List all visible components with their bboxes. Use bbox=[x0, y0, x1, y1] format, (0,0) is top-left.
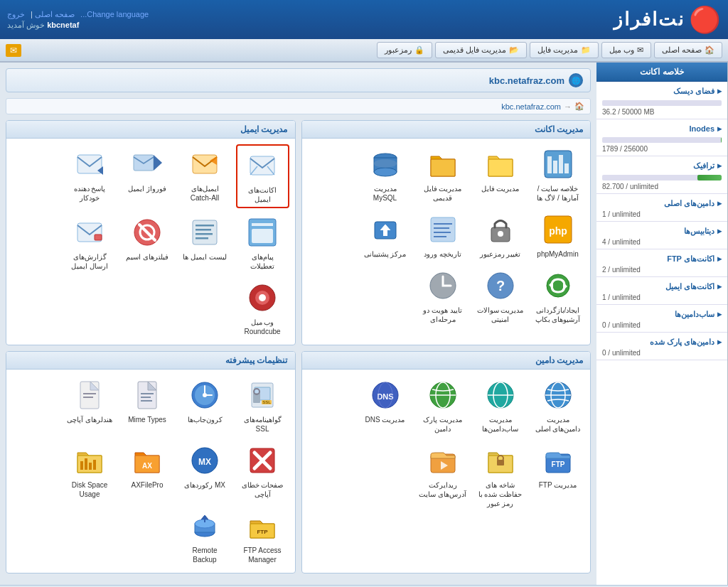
mx-records-icon: MX bbox=[188, 443, 222, 478]
svg-text:SSL: SSL bbox=[262, 400, 271, 404]
cron-jobs-item[interactable]: کرون‌جاب‌ها bbox=[178, 375, 232, 436]
change-language-link[interactable]: Change language... bbox=[80, 10, 149, 18]
svg-rect-2 bbox=[553, 161, 557, 173]
htaccess-item[interactable]: صفحات خطای آپاچی bbox=[236, 441, 289, 502]
mx-records-item[interactable]: MX MX رکوردهای bbox=[178, 441, 232, 502]
email-list-icon bbox=[188, 215, 222, 249]
custom-headers-label: هندلرهای آپاچی bbox=[67, 415, 112, 424]
svg-rect-38 bbox=[252, 223, 273, 226]
axfilepro-item[interactable]: AX AXFilePro bbox=[121, 441, 174, 502]
stats-logs-item[interactable]: خلاصه سایت / آمارها / لاگ ها bbox=[531, 144, 584, 205]
domain-name: kbc.netafraz.com bbox=[489, 75, 564, 86]
main-domain-mgr-item[interactable]: مدیریت دامین‌های اصلی bbox=[531, 375, 584, 436]
axfilepro-label: AXFilePro bbox=[132, 480, 164, 490]
ftp-access-label: FTP Access Manager bbox=[239, 546, 287, 564]
home-nav-icon: 🏠 bbox=[705, 45, 714, 55]
phpmyadmin-item[interactable]: php phpMyAdmin bbox=[531, 210, 584, 262]
account-management-items: خلاصه سایت / آمارها / لاگ ها مدیریت فایل bbox=[302, 139, 591, 333]
ip-redirect-item[interactable]: ریدایرکت آدرس‌های سایت bbox=[416, 441, 469, 511]
nav-webmail[interactable]: ✉ وب میل bbox=[601, 42, 651, 58]
backup-center-item[interactable]: مرکز پشتیبانی bbox=[358, 210, 412, 262]
disk-usage-item[interactable]: Disk Space Usage bbox=[63, 441, 117, 502]
webmail-roundcube-label: وب میل Roundcube bbox=[239, 318, 287, 336]
file-manager-item[interactable]: مدیریت فایل bbox=[473, 144, 527, 205]
custom-headers-item[interactable]: هندلرهای آپاچی bbox=[63, 375, 117, 436]
sidebar-traffic: ترافیک 82.700 / unlimited bbox=[596, 156, 727, 194]
email-accounts-mgr-item[interactable]: اکانت‌های ایمیل bbox=[236, 144, 289, 208]
subdomain-mgr-item[interactable]: مدیریت ساب‌دامین‌ها bbox=[473, 375, 527, 436]
catch-all-item[interactable]: ایمیل‌های Catch-All bbox=[178, 144, 232, 208]
dns-mgr-item[interactable]: DNS مدیریت DNS bbox=[358, 375, 412, 436]
phpmyadmin-icon: php bbox=[541, 212, 575, 247]
traffic-progress-fill bbox=[697, 175, 722, 181]
email-routing-item[interactable]: گزارش‌های ارسال ایمیل bbox=[63, 212, 117, 274]
ftp-access-icon: FTP bbox=[245, 509, 279, 543]
mime-types-icon bbox=[130, 378, 164, 412]
nav-home[interactable]: 🏠 صفحه اصلی bbox=[654, 42, 722, 58]
create-restore-icon bbox=[541, 269, 575, 303]
disk-progress-bar bbox=[602, 100, 722, 106]
sidebar-inodes: Inodes 1789 / 256000 bbox=[596, 119, 727, 156]
mysql-item[interactable]: مدیریت MySQL bbox=[358, 144, 412, 205]
parked-domain-mgr-item[interactable]: مدیریت پارک دامین bbox=[416, 375, 469, 436]
sidebar-traffic-title[interactable]: ترافیک bbox=[602, 159, 722, 173]
sidebar-disk-title[interactable]: فضای دیسک bbox=[602, 85, 722, 98]
ssl-certs-item[interactable]: SSL گواهینامه‌های SSL bbox=[236, 375, 289, 436]
ftp-mgr-label: مدیریت FTP bbox=[539, 480, 577, 490]
two-factor-item[interactable]: تایید هویت دو مرحله‌ای bbox=[416, 266, 469, 327]
email-alert-icon[interactable]: ✉ bbox=[6, 44, 21, 57]
breadcrumb-domain[interactable]: kbc.netafraz.com bbox=[501, 102, 561, 111]
svg-rect-33 bbox=[134, 155, 154, 171]
change-password-label: تغییر رمزعبور bbox=[480, 249, 521, 259]
advanced-settings-section: تنظیمات پیشرفته SSL bbox=[6, 351, 296, 573]
sidebar-email-title[interactable]: اکانت‌های ایمیل bbox=[602, 280, 722, 294]
site-protection-item[interactable]: شاخه های حفاظت شده با رمز عبور bbox=[473, 441, 527, 511]
remote-backup-item[interactable]: Remote Backup bbox=[178, 506, 232, 567]
autoresponder-item[interactable]: پاسخ دهنده خودکار bbox=[63, 144, 117, 208]
logo-icon: 🔴 bbox=[689, 5, 721, 35]
email-routing-icon bbox=[73, 215, 107, 249]
navbar-items: 🏠 صفحه اصلی ✉ وب میل 📁 مدیریت فایل 📂 مدی… bbox=[377, 42, 722, 58]
sidebar-ftp-title[interactable]: اکانت‌های FTP bbox=[602, 252, 722, 266]
old-file-mgr-item[interactable]: مدیریت فایل قدیمی bbox=[416, 144, 469, 205]
sidebar-subdomains-title[interactable]: ساب‌دامین‌ها bbox=[602, 308, 722, 321]
sidebar-inodes-title[interactable]: Inodes bbox=[602, 122, 722, 135]
svg-text:MX: MX bbox=[198, 457, 211, 467]
mysql-icon bbox=[368, 147, 402, 181]
spam-filters-item[interactable]: فیلترهای اسیم bbox=[121, 212, 174, 274]
forward-item[interactable]: فورواژ ایمیل bbox=[121, 144, 174, 208]
nav-old-file-manager[interactable]: 📂 مدیریت فایل قدیمی bbox=[435, 42, 527, 58]
sidebar-parked-title[interactable]: دامین‌های پارک شده bbox=[602, 335, 722, 349]
inodes-progress-fill bbox=[721, 137, 722, 143]
forward-label: فورواژ ایمیل bbox=[128, 184, 166, 193]
svg-rect-3 bbox=[559, 155, 563, 173]
ip-redirect-icon bbox=[426, 443, 460, 478]
main-domain-mgr-icon bbox=[541, 378, 575, 412]
change-password-item[interactable]: تغییر رمزعبور bbox=[473, 210, 527, 262]
stats-logs-icon bbox=[541, 147, 575, 181]
create-restore-item[interactable]: ایجاد/بازگردانی آرشیوهای بکاپ bbox=[531, 266, 584, 327]
login-history-item[interactable]: تاریخچه ورود bbox=[416, 210, 469, 262]
email-list-item[interactable]: لیست ایمیل ها bbox=[178, 212, 232, 274]
logout-link[interactable]: خروج bbox=[7, 10, 25, 18]
svg-point-9 bbox=[374, 168, 397, 176]
sidebar-main-domains-title[interactable]: دامین‌های اصلی bbox=[602, 197, 722, 210]
svg-rect-31 bbox=[193, 155, 217, 173]
account-management-title: مدیریت اکانت bbox=[302, 121, 591, 139]
home-link[interactable]: صفحه اصلی bbox=[35, 10, 75, 18]
ftp-mgr-item[interactable]: FTP مدیریت FTP bbox=[531, 441, 584, 511]
nav-password[interactable]: 🔒 رمزعبور bbox=[377, 42, 432, 58]
security-questions-item[interactable]: ? مدیریت سوالات امنیتی bbox=[473, 266, 527, 327]
logo-text: نت‌افراز bbox=[614, 9, 685, 31]
vacation-msg-item[interactable]: پیام‌های تعطیلات bbox=[236, 212, 289, 274]
webmail-roundcube-item[interactable]: وب میل Roundcube bbox=[236, 278, 289, 339]
email-routing-label: گزارش‌های ارسال ایمیل bbox=[66, 252, 114, 271]
sidebar-databases-title[interactable]: دیتابیس‌ها bbox=[602, 225, 722, 238]
ssl-certs-icon: SSL bbox=[245, 378, 279, 412]
ftp-access-item[interactable]: FTP FTP Access Manager bbox=[236, 506, 289, 567]
mime-types-item[interactable]: Mime Types bbox=[121, 375, 174, 436]
nav-file-manager[interactable]: 📁 مدیریت فایل bbox=[530, 42, 599, 58]
disk-usage-label: Disk Space Usage bbox=[66, 480, 114, 499]
svg-rect-21 bbox=[383, 230, 387, 236]
svg-rect-5 bbox=[488, 159, 513, 176]
